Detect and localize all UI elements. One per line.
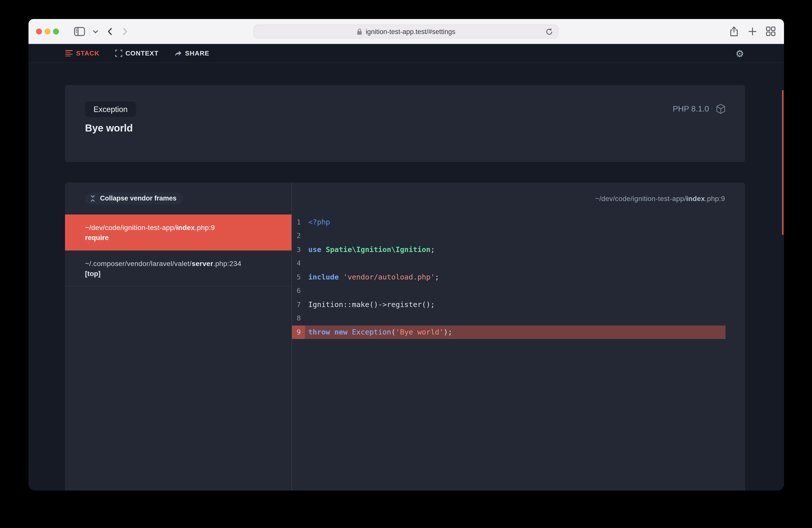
minimize-window-button[interactable] — [44, 28, 50, 34]
frames-pane: Collapse vendor frames ~/dev/code/igniti… — [65, 182, 291, 490]
code-line: 1<?php — [292, 215, 725, 229]
tab-stack-label: STACK — [76, 49, 100, 57]
share-arrow-icon — [174, 50, 182, 57]
code-line: 2 — [292, 229, 725, 243]
code-text: <?php — [305, 218, 330, 226]
frames-list: ~/dev/code/ignition-test-app/index.php:9… — [65, 214, 291, 286]
code-line: 4 — [292, 256, 725, 270]
tab-share[interactable]: SHARE — [174, 49, 209, 57]
php-version: PHP 8.1.0 — [673, 104, 709, 114]
line-number: 4 — [292, 256, 305, 270]
line-number: 6 — [292, 284, 305, 298]
collapse-vendor-frames-label: Collapse vendor frames — [100, 194, 176, 202]
laravel-logo-icon — [715, 103, 726, 115]
forward-icon[interactable] — [121, 27, 129, 35]
code-pane: ~/dev/code/ignition-test-app/index.php:9… — [291, 182, 745, 490]
code-line-highlighted: 9throw new Exception('Bye world'); — [292, 325, 725, 339]
code-line: 3use Spatie\Ignition\Ignition; — [292, 243, 725, 256]
stack-trace-card: Collapse vendor frames ~/dev/code/igniti… — [65, 182, 745, 490]
line-number: 9 — [292, 325, 305, 339]
tab-stack[interactable]: STACK — [65, 49, 100, 57]
tab-share-label: SHARE — [185, 49, 209, 57]
stack-frame[interactable]: ~/.composer/vendor/laravel/valet/server.… — [65, 250, 291, 286]
browser-window: ignition-test-app.test/#settings — [29, 19, 784, 490]
exception-class-badge: Exception — [85, 101, 136, 117]
stack-frame-active[interactable]: ~/dev/code/ignition-test-app/index.php:9… — [65, 214, 291, 250]
code-snippet: 1<?php23use Spatie\Ignition\Ignition;45i… — [292, 215, 725, 339]
line-number: 5 — [292, 270, 305, 284]
new-tab-icon[interactable] — [748, 27, 757, 36]
share-icon[interactable] — [729, 26, 739, 37]
sidebar-icon[interactable] — [74, 27, 85, 36]
frame-path: ~/dev/code/ignition-test-app/index.php:9 — [85, 222, 276, 232]
browser-toolbar: ignition-test-app.test/#settings — [29, 19, 784, 44]
code-text: use Spatie\Ignition\Ignition; — [305, 246, 435, 254]
scrollbar-thumb[interactable] — [782, 90, 783, 235]
line-number: 1 — [292, 215, 305, 229]
collapse-vendor-frames-button[interactable]: Collapse vendor frames — [85, 192, 183, 204]
tab-context[interactable]: CONTEXT — [115, 49, 159, 57]
stack-lines-icon — [65, 49, 73, 57]
gear-icon[interactable]: ⚙ — [736, 48, 744, 59]
ignition-page: Exception PHP 8.1.0 Bye world — [29, 63, 784, 490]
line-number: 8 — [292, 311, 305, 325]
code-text: throw new Exception('Bye world'); — [305, 328, 452, 336]
frame-method: [top] — [85, 268, 276, 278]
code-text: include 'vendor/autoload.php'; — [305, 273, 439, 281]
zoom-window-button[interactable] — [53, 28, 59, 34]
frame-path: ~/.composer/vendor/laravel/valet/server.… — [85, 258, 276, 268]
line-number: 2 — [292, 229, 305, 243]
url-text: ignition-test-app.test/#settings — [366, 28, 455, 35]
error-card: Exception PHP 8.1.0 Bye world — [65, 85, 745, 162]
code-text: Ignition::make()->register(); — [305, 301, 435, 309]
line-number: 7 — [292, 298, 305, 311]
frame-method: require — [85, 232, 276, 242]
tab-overview-icon[interactable] — [766, 27, 775, 36]
tab-context-label: CONTEXT — [126, 49, 159, 57]
line-number: 3 — [292, 243, 305, 256]
ignition-nav: STACK CONTEXT — [29, 44, 784, 63]
code-line: 5include 'vendor/autoload.php'; — [292, 270, 725, 284]
traffic-lights — [36, 28, 59, 34]
collapse-vertical-icon — [89, 195, 96, 202]
open-file-path: ~/dev/code/ignition-test-app/index.php:9 — [292, 182, 745, 214]
code-line: 7Ignition::make()->register(); — [292, 298, 725, 311]
error-message: Bye world — [85, 122, 725, 134]
url-bar[interactable]: ignition-test-app.test/#settings — [253, 25, 559, 39]
back-icon[interactable] — [106, 27, 114, 35]
reload-icon[interactable] — [545, 28, 553, 36]
chevron-down-icon[interactable] — [92, 28, 99, 34]
desktop: ignition-test-app.test/#settings — [0, 0, 812, 528]
toolbar-divider — [89, 27, 89, 36]
close-window-button[interactable] — [36, 28, 42, 34]
context-brackets-icon — [115, 49, 122, 57]
code-line: 6 — [292, 284, 725, 298]
lock-icon — [357, 28, 363, 35]
code-line: 8 — [292, 311, 725, 325]
